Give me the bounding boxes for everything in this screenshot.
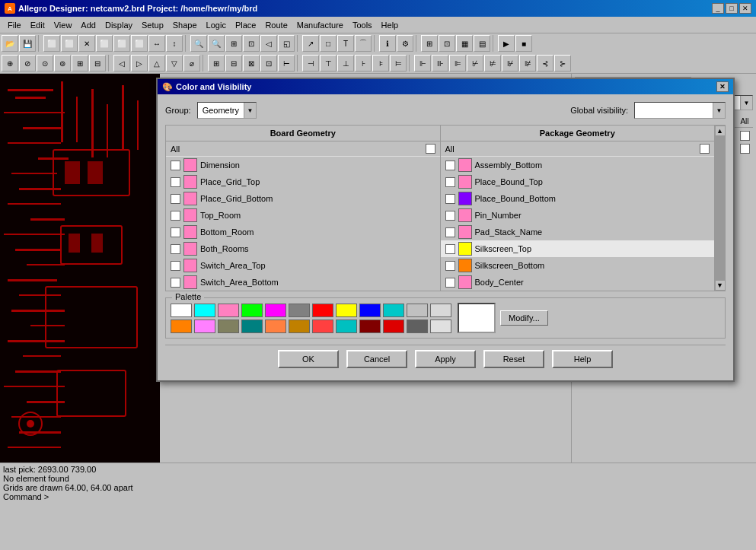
- bottom-room-color[interactable]: [183, 225, 197, 239]
- tool-b2[interactable]: ▷: [131, 55, 148, 72]
- swatch-gray[interactable]: [289, 304, 310, 317]
- switch-area-bottom-check[interactable]: [171, 278, 180, 288]
- menu-setup[interactable]: Setup: [137, 19, 168, 31]
- top-room-check[interactable]: [171, 211, 180, 221]
- menu-add[interactable]: Add: [76, 19, 100, 31]
- tool-a4[interactable]: ⊚: [54, 55, 71, 72]
- switch-area-top-color[interactable]: [183, 259, 197, 272]
- swatch-peach[interactable]: [265, 320, 286, 333]
- dimension-color[interactable]: [183, 158, 197, 172]
- menu-tools[interactable]: Tools: [348, 19, 377, 31]
- silkscreen-top-color[interactable]: [458, 242, 472, 256]
- tool-a3[interactable]: ⊙: [37, 55, 53, 72]
- tool-zoom-fit[interactable]: ⊞: [225, 35, 242, 52]
- swatch-light-pink[interactable]: [194, 320, 215, 333]
- swatch-olive-gray[interactable]: [218, 320, 239, 333]
- menu-file[interactable]: File: [3, 19, 26, 31]
- pad-stack-name-color[interactable]: [458, 225, 472, 239]
- tool-a6[interactable]: ⊟: [89, 55, 106, 72]
- tool-a1[interactable]: ⊕: [2, 55, 18, 72]
- tool-e6[interactable]: ⊮: [502, 55, 518, 72]
- body-center-color[interactable]: [458, 275, 472, 289]
- place-grid-bottom-color[interactable]: [183, 192, 197, 205]
- body-center-check[interactable]: [445, 278, 455, 288]
- menu-help[interactable]: Help: [377, 19, 404, 31]
- tool-4[interactable]: ⬜: [96, 35, 113, 52]
- ok-button[interactable]: OK: [278, 350, 339, 368]
- assembly-bottom-check[interactable]: [445, 161, 455, 170]
- menu-manufacture[interactable]: Manufacture: [292, 19, 348, 31]
- tool-e5[interactable]: ⊭: [484, 55, 501, 72]
- dialog-close-button[interactable]: ✕: [716, 81, 729, 92]
- tool-3[interactable]: ✕: [78, 35, 95, 52]
- swatch-green[interactable]: [241, 304, 263, 317]
- place-bound-bottom-color[interactable]: [458, 192, 472, 205]
- tool-run[interactable]: ▶: [498, 35, 515, 52]
- tool-6[interactable]: ⬜: [131, 35, 148, 52]
- tool-e9[interactable]: ⊱: [554, 55, 571, 72]
- tool-zoom-out[interactable]: 🔍: [208, 35, 225, 52]
- swatch-pink[interactable]: [218, 304, 239, 317]
- swatch-dark-gray[interactable]: [407, 320, 428, 333]
- pcb-canvas[interactable]: [0, 74, 160, 463]
- swatch-dark-red[interactable]: [383, 320, 404, 333]
- tool-zoom-box[interactable]: ⊡: [243, 35, 260, 52]
- swatch-red[interactable]: [312, 304, 333, 317]
- menu-display[interactable]: Display: [100, 19, 137, 31]
- place-grid-bottom-check[interactable]: [171, 194, 180, 204]
- close-button[interactable]: ✕: [739, 3, 751, 14]
- top-room-color[interactable]: [183, 208, 197, 222]
- swatch-blue[interactable]: [359, 304, 381, 317]
- tool-more[interactable]: ▦: [456, 35, 473, 52]
- tool-c4[interactable]: ⊡: [260, 55, 277, 72]
- minimize-button[interactable]: _: [712, 3, 724, 14]
- conductors-all[interactable]: [740, 131, 750, 141]
- tool-e7[interactable]: ⊯: [519, 55, 536, 72]
- swatch-teal[interactable]: [241, 320, 263, 333]
- dimension-check[interactable]: [171, 161, 180, 170]
- swatch-cyan[interactable]: [194, 304, 215, 317]
- scroll-down[interactable]: ▼: [715, 280, 726, 291]
- planes-all[interactable]: [740, 144, 750, 154]
- tool-b1[interactable]: ◁: [113, 55, 130, 72]
- group-dropdown[interactable]: ▼: [244, 103, 256, 118]
- silkscreen-top-check[interactable]: [445, 244, 455, 254]
- tool-zoom-prev[interactable]: ◁: [260, 35, 277, 52]
- maximize-button[interactable]: □: [726, 3, 738, 14]
- place-bound-bottom-check[interactable]: [445, 194, 455, 204]
- swatch-white[interactable]: [171, 304, 192, 317]
- tool-d5[interactable]: ⊧: [372, 55, 389, 72]
- tool-info[interactable]: ℹ: [379, 35, 396, 52]
- tool-7[interactable]: ↔: [148, 35, 165, 52]
- tool-b4[interactable]: ▽: [166, 55, 183, 72]
- tool-b3[interactable]: △: [148, 55, 165, 72]
- swatch-magenta[interactable]: [265, 304, 286, 317]
- swatch-med-cyan[interactable]: [336, 320, 357, 333]
- board-all-check[interactable]: [426, 144, 435, 154]
- swatch-coral[interactable]: [312, 320, 333, 333]
- place-bound-top-check[interactable]: [445, 177, 455, 187]
- menu-view[interactable]: View: [49, 19, 77, 31]
- tool-save[interactable]: 💾: [19, 35, 36, 52]
- tool-8[interactable]: ↕: [166, 35, 183, 52]
- tool-e8[interactable]: ⊰: [537, 55, 553, 72]
- swatch-orange[interactable]: [171, 320, 192, 333]
- swatch-light-gray[interactable]: [407, 304, 428, 317]
- tool-a2[interactable]: ⊘: [19, 55, 36, 72]
- pin-number-color[interactable]: [458, 208, 472, 222]
- place-bound-top-color[interactable]: [458, 175, 472, 189]
- apply-button[interactable]: Apply: [415, 350, 476, 368]
- swatch-silver[interactable]: [430, 304, 451, 317]
- table-scrollbar[interactable]: ▲ ▼: [714, 126, 725, 291]
- tool-d2[interactable]: ⊤: [320, 55, 337, 72]
- tool-d4[interactable]: ⊦: [355, 55, 372, 72]
- menu-edit[interactable]: Edit: [26, 19, 49, 31]
- tool-c1[interactable]: ⊞: [208, 55, 225, 72]
- silkscreen-bottom-check[interactable]: [445, 261, 455, 271]
- scroll-up[interactable]: ▲: [715, 126, 726, 136]
- tool-zoom-in[interactable]: 🔍: [190, 35, 207, 52]
- switch-area-top-check[interactable]: [171, 261, 180, 271]
- tool-layer[interactable]: ▤: [474, 35, 490, 52]
- swatch-maroon[interactable]: [359, 320, 381, 333]
- tool-e4[interactable]: ⊬: [467, 55, 483, 72]
